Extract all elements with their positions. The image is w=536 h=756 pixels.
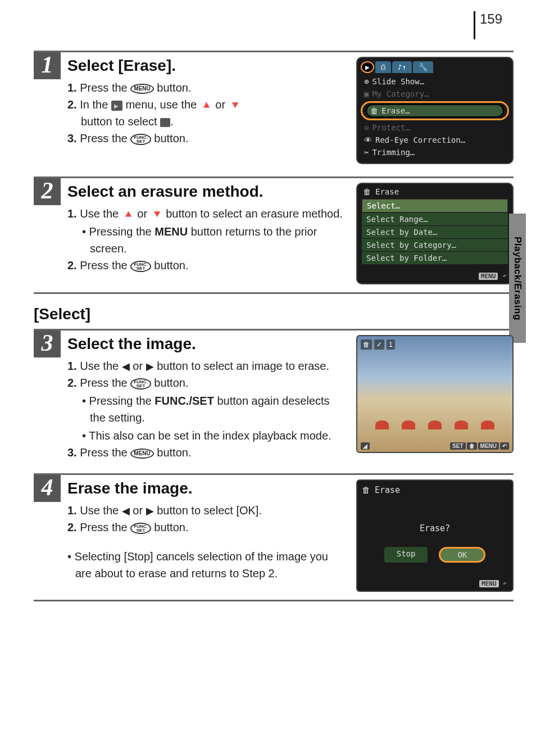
right-arrow-icon: ▶ <box>146 361 154 372</box>
step-2: 2 Select an erasure method. 1. Use the 🔺… <box>34 176 514 294</box>
func-set-button-icon: FUNC.SET <box>130 378 151 390</box>
erase-header-text: Erase <box>375 187 399 196</box>
stop-button: Stop <box>384 547 428 563</box>
trash-badge: 🗑 <box>467 442 477 450</box>
menu-footer: MENU ↶ <box>479 580 507 587</box>
main-content: 1 Select [Erase]. 1. Press the MENU butt… <box>0 51 536 628</box>
step-1-line-2: 2. In the menu, use the 🔺 or 🔻 button to… <box>67 96 345 130</box>
up-arrow-icon: 🔺 <box>122 209 134 220</box>
menu-item-protect: ⊙Protect… <box>362 121 508 134</box>
step-4-screenshot: 🗑 Erase Erase? Stop OK MENU ↶ <box>356 479 514 592</box>
step-3-screenshot: 🗑 ✓ 1 ◢ SET 🗑 MENU ↶ <box>356 335 514 461</box>
step-2-number: 2 <box>34 178 61 205</box>
menu-button-icon: MENU <box>130 84 153 94</box>
step-2-line-2: 2. Press the FUNC.SET button. <box>67 257 345 274</box>
down-arrow-icon: 🔻 <box>229 99 241 111</box>
beach-scene <box>357 420 512 429</box>
page-number-area: 159 <box>0 0 536 51</box>
step-3-line-3: 3. Press the MENU button. <box>67 444 345 461</box>
erase-option-select: Select… <box>362 199 508 212</box>
erase-prompt: Erase? <box>362 523 508 533</box>
erase-option-category: Select by Category… <box>362 239 508 251</box>
menu-footer: MENU ↶ <box>357 268 512 283</box>
menu-item-mycategory: ▣My Category… <box>362 88 508 100</box>
step-3-line-1: 1. Use the ◀ or ▶ button to select an im… <box>67 357 345 374</box>
back-badge: ↶ <box>500 442 509 450</box>
print-tab: ⎙ <box>375 61 391 73</box>
side-tab-label: Playback/Erasing <box>512 237 523 320</box>
erase-header-text: Erase <box>375 485 400 495</box>
page-number-divider <box>474 11 475 39</box>
play-menu-icon <box>111 101 122 111</box>
func-set-button-icon: FUNC.SET <box>130 523 151 534</box>
step-3: 3 Select the image. 1. Use the ◀ or ▶ bu… <box>34 329 514 469</box>
erase-option-date: Select by Date… <box>362 226 508 238</box>
step-2-title: Select an erasure method. <box>67 183 345 201</box>
right-arrow-icon: ▶ <box>146 505 154 517</box>
trash-icon: 🗑 <box>362 485 370 495</box>
menu-item-redeye: 👁Red-Eye Correction… <box>362 134 508 146</box>
step-3-bullet-1: • Pressing the FUNC./SET button again de… <box>67 392 345 426</box>
step-4-number: 4 <box>34 475 61 502</box>
step-2-bullet-1: • Pressing the MENU button returns to th… <box>67 223 345 257</box>
menu-button-icon: MENU <box>130 449 153 459</box>
erase-option-range: Select Range… <box>362 213 508 225</box>
step-2-screenshot: 🗑 Erase Select… Select Range… Select by … <box>356 183 514 284</box>
trash-icon: 🗑 <box>363 187 371 196</box>
sound-tab: ♪↑ <box>392 61 412 73</box>
step-1-screenshot: ▶ ⎙ ♪↑ 🔧 ⊕Slide Show… ▣My Category… 🗑Era… <box>356 57 514 164</box>
menu-badge: MENU <box>478 442 499 450</box>
left-arrow-icon: ◀ <box>122 361 130 372</box>
func-set-button-icon: FUNC.SET <box>130 261 151 272</box>
side-tab: Playback/Erasing <box>509 214 526 343</box>
step-4-line-2: 2. Press the FUNC.SET button. <box>67 519 345 536</box>
func-set-button-icon: FUNC.SET <box>130 134 151 145</box>
left-arrow-icon: ◀ <box>122 505 130 517</box>
count-badge: 1 <box>387 339 395 350</box>
erase-option-folder: Select by Folder… <box>362 252 508 264</box>
trash-icon: 🗑 <box>361 339 372 350</box>
step-1-number: 1 <box>34 52 61 79</box>
step-4-line-1: 1. Use the ◀ or ▶ button to select [OK]. <box>67 502 345 519</box>
page-number: 159 <box>480 11 502 39</box>
play-tab-icon: ▶ <box>361 61 374 73</box>
step-3-line-2: 2. Press the FUNC.SET button. <box>67 374 345 391</box>
menu-item-trimming: ✂Trimming… <box>362 146 508 159</box>
step-3-bullet-2: • This also can be set in the index play… <box>67 427 345 444</box>
up-arrow-icon: 🔺 <box>200 99 212 111</box>
tools-tab: 🔧 <box>413 61 433 73</box>
step-4-bullet-1: • Selecting [Stop] cancels selection of … <box>67 548 345 582</box>
menu-item-erase-highlighted: 🗑Erase… <box>361 101 509 120</box>
ok-button-highlighted: OK <box>439 547 485 563</box>
step-4: 4 Erase the image. 1. Use the ◀ or ▶ but… <box>34 473 514 601</box>
step-3-title: Select the image. <box>67 335 345 353</box>
down-arrow-icon: 🔻 <box>151 209 163 220</box>
step-4-title: Erase the image. <box>67 479 345 497</box>
menu-item-slideshow: ⊕Slide Show… <box>362 75 508 88</box>
set-badge: SET <box>450 442 465 450</box>
step-1-title: Select [Erase]. <box>67 57 345 75</box>
step-1-line-1: 1. Press the MENU button. <box>67 79 345 96</box>
step-2-line-1: 1. Use the 🔺 or 🔻 button to select an er… <box>67 205 345 222</box>
select-section-header: [Select] <box>34 305 514 323</box>
step-3-number: 3 <box>34 331 61 357</box>
step-1: 1 Select [Erase]. 1. Press the MENU butt… <box>34 51 514 172</box>
trash-icon <box>160 118 170 127</box>
step-1-line-3: 3. Press the FUNC.SET button. <box>67 130 345 147</box>
size-icon: ◢ <box>361 442 370 450</box>
check-icon: ✓ <box>374 339 384 350</box>
